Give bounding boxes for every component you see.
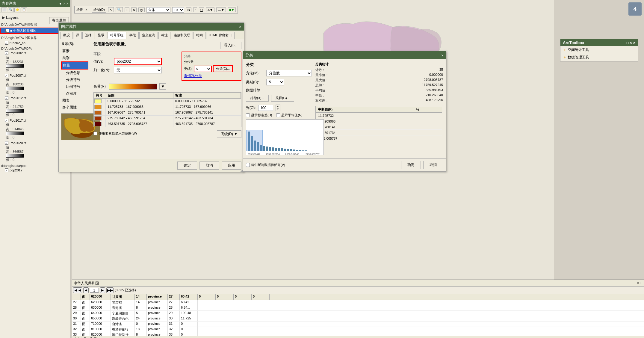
show-mean-checkbox[interactable] [276, 113, 280, 117]
table-row-4[interactable]: 463.591735 - 2798.005787 463.591735 - 27… [94, 121, 241, 127]
break-row-3[interactable]: 463.591734 [316, 130, 442, 135]
attr-row-30[interactable]: 30 面 650000 新疆维吾尔 24 province 30 11.725 [72, 316, 644, 322]
nav-prev[interactable]: ◄ [83, 287, 88, 293]
tab-query[interactable]: 定义查询 [139, 32, 158, 39]
class-count-select[interactable]: 5 [194, 66, 212, 72]
col-down[interactable]: ▼ [276, 108, 280, 111]
tab-source[interactable]: 源 [73, 32, 82, 39]
break-row-1[interactable]: 167.909066 [316, 119, 442, 124]
left-item-chart[interactable]: 图表 [61, 97, 88, 104]
italic-btn[interactable]: I [193, 7, 197, 12]
draw-rect-btn[interactable]: □ [125, 7, 130, 12]
layer-props-close[interactable]: × [239, 25, 241, 29]
nav-page[interactable] [90, 288, 99, 293]
sample-btn[interactable]: 采样(G)... [271, 95, 294, 102]
attr-row-29[interactable]: 29 面 640000 宁夏回族自 5 province 29 109.48 [72, 311, 644, 316]
left-item-multiple[interactable]: 多个属性 [61, 104, 88, 111]
draw-menu-btn[interactable]: 绘制(D) [92, 7, 106, 13]
arctoolbox-item-data[interactable]: ＋ 数据管理工具 [560, 54, 638, 61]
draw-zoom-btn[interactable]: 🔍 [116, 7, 123, 12]
left-item-graduated-color[interactable]: 分级色彩 [65, 70, 88, 76]
advanced-button[interactable]: 高级(D) ▼ [217, 130, 241, 138]
svg-rect-18 [296, 150, 298, 151]
classify-cancel-btn[interactable]: 取消 [423, 161, 443, 169]
layer-checkbox-pop2002[interactable] [5, 51, 8, 55]
color-line-btn[interactable]: —▼ [216, 7, 226, 12]
layer-checkbox-pop2017[interactable] [5, 119, 8, 122]
tab-field[interactable]: 字段 [127, 32, 139, 39]
underline-btn[interactable]: U [199, 7, 204, 12]
table-row-1[interactable]: 11.725733 - 167.909066 11.725733 - 167.9… [94, 104, 241, 110]
draw-at-btn[interactable]: @ [138, 7, 145, 12]
attr-row-27[interactable]: 27 面 620000 甘肃省 14 province 27 60.42... [72, 300, 644, 305]
draw-cursor-btn[interactable]: ↖ [108, 7, 114, 12]
import-button[interactable]: 导入(I)... [220, 42, 241, 49]
col-input[interactable] [258, 105, 273, 111]
classify-ok-btn[interactable]: 确定 [401, 161, 421, 169]
col-up[interactable]: ▲ [276, 105, 280, 108]
tab-display[interactable]: 显示 [95, 32, 107, 39]
attr-row-32[interactable]: 32 面 810000 香港特别行 18 province 32 0 [72, 327, 644, 332]
table-row-3[interactable]: 275.780142 - 463.591734 275.780142 - 463… [94, 116, 241, 121]
value-select[interactable]: pop2002 [114, 58, 162, 65]
font-size-select[interactable]: 10 [172, 7, 184, 13]
attr-row-33[interactable]: 33 面 820000 澳门特别行 8 province 33 0 [72, 332, 644, 336]
draw-a-btn[interactable]: A [131, 7, 136, 12]
arctoolbox-item-spatial[interactable]: ＋ 空间统计工具 [560, 46, 638, 54]
tb-btn4[interactable]: 📋 [21, 7, 27, 12]
tb-btn2[interactable]: 🔍 [8, 7, 14, 12]
attr-row-31[interactable]: 31 面 710000 台湾省 0 province 31 0 [72, 322, 644, 327]
normalize-select[interactable]: 无 [114, 67, 162, 73]
break-row-0[interactable]: 11.725732 [316, 113, 442, 118]
left-item-dot-density[interactable]: 点密度 [65, 90, 88, 97]
layer-checkbox-pop2020[interactable] [5, 141, 8, 145]
nav-next[interactable]: ► [100, 287, 105, 293]
left-item-quantity[interactable]: 数量 [61, 61, 88, 70]
left-item-proportional[interactable]: 比例符号 [65, 83, 88, 90]
nav-first[interactable]: ◄◄ [73, 287, 82, 293]
font-select[interactable]: 宋体 [146, 7, 170, 13]
nav-last[interactable]: ▶▶ [106, 287, 114, 293]
draw-close[interactable]: × [85, 8, 87, 12]
exclude-x-btn[interactable]: 排除(X)... [246, 95, 269, 102]
situation-classify[interactable]: 看情况分类 [184, 74, 202, 78]
color-ramp-dropdown[interactable]: ▼ [159, 83, 166, 90]
layer-checkbox-pop2012[interactable] [5, 96, 8, 100]
layer-checkbox-pop2007[interactable] [5, 74, 8, 77]
left-item-graduated-symbol[interactable]: 分级符号 [65, 76, 88, 83]
break-row-2[interactable]: 275.780141 [316, 125, 442, 130]
table-row-2[interactable]: 167.909067 - 275.780141 167.909067 - 275… [94, 110, 241, 116]
apply-button[interactable]: 应用 [222, 162, 241, 170]
col-spinner[interactable]: ▲ ▼ [276, 105, 280, 111]
tab-overview[interactable]: 概况 [61, 32, 72, 39]
tb-btn3[interactable]: ⭐ [14, 7, 20, 12]
left-item-feature[interactable]: 要素 [61, 48, 88, 55]
classify-button[interactable]: 分类(C)... [213, 65, 233, 72]
tab-select[interactable]: 选择 [82, 32, 94, 39]
show-range-checkbox[interactable] [93, 132, 97, 135]
color-fill-btn[interactable]: ■▼ [228, 7, 236, 12]
tab-time[interactable]: 时间 [193, 32, 205, 39]
tab-symbol[interactable]: 符号系统 [108, 32, 126, 39]
bold-btn[interactable]: B [186, 7, 191, 12]
tb-btn1[interactable]: ⬜ [1, 7, 7, 12]
color-a-btn[interactable]: A▼ [206, 7, 214, 12]
tab-label[interactable]: 标注 [158, 32, 170, 39]
layer-checkbox[interactable] [5, 29, 9, 33]
tab-html[interactable]: HTML 弹出窗口 [206, 32, 235, 39]
attr-row-28[interactable]: 28 面 630000 青海省 8 province 28 6.84... [72, 305, 644, 311]
break-row-4[interactable]: 2798.005787 [316, 136, 442, 141]
method-select[interactable]: 分位数 [266, 70, 312, 76]
snap-checkbox[interactable] [246, 163, 250, 167]
left-item-category[interactable]: 类别 [61, 55, 88, 61]
show-std-checkbox[interactable] [246, 113, 250, 117]
ok-button[interactable]: 确定 [177, 162, 197, 170]
category-select[interactable]: 5 [266, 79, 284, 85]
layer-checkbox-2[interactable] [5, 41, 8, 45]
table-row-0[interactable]: 0.000000 - 11.725732 0.000000 - 11.72573… [94, 99, 241, 104]
method-row: 方法(M): 分位数 [246, 70, 312, 76]
tab-join[interactable]: 连接和关联 [171, 32, 193, 39]
svg-rect-13 [281, 148, 283, 151]
cancel-button[interactable]: 取消 [199, 162, 219, 170]
classify-dialog-close[interactable]: × [441, 52, 444, 58]
